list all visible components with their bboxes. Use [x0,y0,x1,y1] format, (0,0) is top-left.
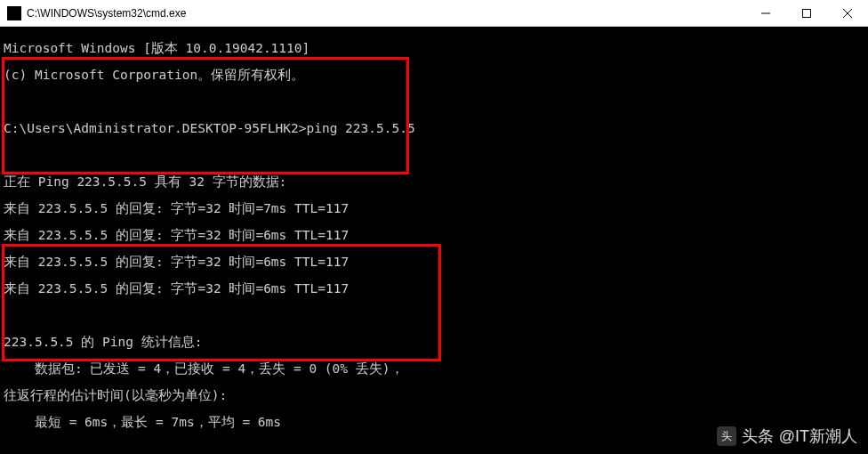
copyright-line: (c) Microsoft Corporation。保留所有权利。 [4,69,864,82]
minimize-button[interactable] [745,0,786,27]
watermark-handle: @IT新潮人 [779,426,857,447]
ping-reply: 来自 223.5.5.5 的回复: 字节=32 时间=6ms TTL=117 [4,229,864,242]
ping-banner: 正在 Ping 223.5.5.5 具有 32 字节的数据: [4,175,864,189]
window-titlebar: C:\WINDOWS\system32\cmd.exe [0,0,868,27]
command-text: ping 223.5.5.5 [306,121,414,135]
ping-stats-packets: 数据包: 已发送 = 4，已接收 = 4，丢失 = 0 (0% 丢失)， [4,362,864,376]
blank-line [4,95,864,109]
close-button[interactable] [827,0,868,27]
prompt-line: C:\Users\Administrator.DESKTOP-95FLHK2>p… [4,122,864,135]
ping-reply: 来自 223.5.5.5 的回复: 字节=32 时间=7ms TTL=117 [4,202,864,215]
ping-reply: 来自 223.5.5.5 的回复: 字节=32 时间=6ms TTL=117 [4,282,864,296]
blank-line [4,309,864,322]
blank-line [4,149,864,162]
prompt: C:\Users\Administrator.DESKTOP-95FLHK2> [4,121,306,135]
watermark-label: 头条 [742,426,774,447]
ping-stats-header: 223.5.5.5 的 Ping 统计信息: [4,336,864,349]
watermark-logo-icon: 头 [717,426,736,446]
window-title: C:\WINDOWS\system32\cmd.exe [27,7,745,20]
ping-reply: 来自 223.5.5.5 的回复: 字节=32 时间=6ms TTL=117 [4,255,864,269]
ping-stats-rtt-header: 往返行程的估计时间(以毫秒为单位): [4,389,864,402]
version-line: Microsoft Windows [版本 10.0.19042.1110] [4,42,864,55]
maximize-button[interactable] [786,0,827,27]
cmd-icon [7,6,21,20]
terminal-output[interactable]: Microsoft Windows [版本 10.0.19042.1110] (… [0,27,868,454]
svg-rect-1 [803,9,811,17]
watermark: 头 头条 @IT新潮人 [717,426,857,447]
